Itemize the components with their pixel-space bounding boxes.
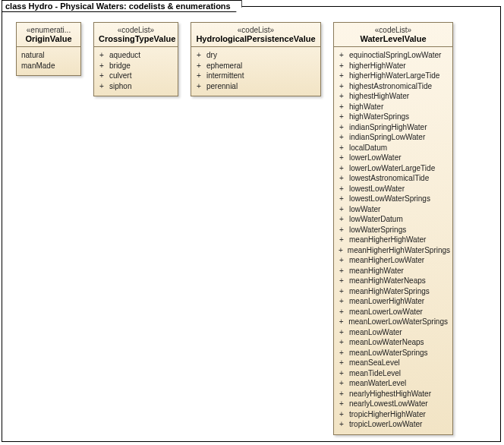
visibility-plus-icon: + bbox=[339, 173, 345, 184]
attribute-row: +meanHigherHighWaterSprings bbox=[339, 245, 448, 256]
visibility-plus-icon: + bbox=[339, 61, 345, 71]
attribute-row: +nearlyHighestHighWater bbox=[339, 389, 448, 399]
visibility-plus-icon: + bbox=[339, 419, 345, 430]
visibility-plus-icon: + bbox=[339, 409, 345, 420]
attribute-name: tropicHigherHighWater bbox=[349, 409, 426, 420]
attribute-name: tropicLowerLowWater bbox=[349, 419, 422, 430]
visibility-plus-icon: + bbox=[339, 337, 345, 348]
visibility-plus-icon: + bbox=[339, 317, 344, 327]
visibility-plus-icon: + bbox=[99, 61, 105, 71]
visibility-plus-icon: + bbox=[196, 71, 202, 81]
class-header: «codeList» HydrologicalPersistenceValue bbox=[191, 23, 320, 47]
attribute-name: highWaterSprings bbox=[349, 112, 409, 122]
attribute-row: +lowestAstronomicalTide bbox=[339, 173, 448, 184]
visibility-plus-icon: + bbox=[339, 358, 345, 368]
attribute-row: +meanWaterLevel bbox=[339, 378, 448, 389]
visibility-plus-icon: + bbox=[339, 204, 345, 215]
attribute-row: +equinoctialSpringLowWater bbox=[339, 50, 448, 61]
visibility-plus-icon: + bbox=[196, 81, 202, 92]
attribute-name: natural bbox=[21, 50, 45, 61]
attribute-row: +lowestLowWaterSprings bbox=[339, 194, 448, 204]
attribute-name: meanLowerLowWaterSprings bbox=[348, 317, 448, 327]
attribute-row: +localDatum bbox=[339, 143, 448, 153]
attribute-name: meanHigherHighWaterSprings bbox=[348, 245, 450, 256]
class-header: «enumerati... OriginValue bbox=[17, 23, 80, 47]
stereotype-label: «enumerati... bbox=[21, 26, 76, 34]
attribute-name: bridge bbox=[109, 61, 131, 71]
visibility-plus-icon: + bbox=[339, 255, 345, 266]
attribute-row: +meanHigherLowWater bbox=[339, 255, 448, 266]
attribute-name: culvert bbox=[109, 71, 131, 81]
stereotype-label: «codeList» bbox=[99, 26, 173, 34]
class-hydrological-persistence-value: «codeList» HydrologicalPersistenceValue … bbox=[191, 22, 321, 96]
attribute-row: +meanTideLevel bbox=[339, 368, 448, 379]
attribute-row: +aqueduct bbox=[99, 50, 173, 61]
visibility-plus-icon: + bbox=[339, 296, 345, 307]
attribute-row: manMade bbox=[21, 61, 76, 71]
attribute-row: +meanHigherHighWater bbox=[339, 235, 448, 245]
attribute-name: highestAstronomicalTide bbox=[349, 81, 432, 92]
attribute-name: perennial bbox=[206, 81, 238, 92]
visibility-plus-icon: + bbox=[339, 153, 345, 163]
attribute-name: lowestAstronomicalTide bbox=[349, 173, 429, 184]
visibility-plus-icon: + bbox=[339, 235, 345, 245]
visibility-plus-icon: + bbox=[339, 91, 345, 102]
attribute-row: +tropicHigherHighWater bbox=[339, 409, 448, 420]
attribute-row: +highWaterSprings bbox=[339, 112, 448, 122]
attribute-name: siphon bbox=[109, 81, 131, 92]
visibility-plus-icon: + bbox=[99, 81, 105, 92]
attribute-name: dry bbox=[206, 50, 217, 61]
attribute-name: meanWaterLevel bbox=[349, 378, 406, 389]
visibility-plus-icon: + bbox=[339, 122, 345, 133]
visibility-plus-icon: + bbox=[99, 50, 105, 61]
stereotype-label: «codeList» bbox=[196, 26, 316, 34]
attribute-row: +lowWater bbox=[339, 204, 448, 215]
attribute-name: lowWater bbox=[349, 204, 380, 215]
attribute-row: +ephemeral bbox=[196, 61, 316, 71]
attribute-name: highWater bbox=[349, 102, 383, 112]
visibility-plus-icon: + bbox=[339, 71, 345, 81]
class-crossing-type-value: «codeList» CrossingTypeValue +aqueduct+b… bbox=[93, 22, 178, 96]
visibility-plus-icon: + bbox=[339, 327, 345, 338]
diagram-frame: class Hydro - Physical Waters: codelists… bbox=[2, 6, 501, 442]
visibility-plus-icon: + bbox=[196, 61, 202, 71]
attribute-row: +meanLowWaterNeaps bbox=[339, 337, 448, 348]
class-body: +dry+ephemeral+intermittent+perennial bbox=[191, 47, 320, 96]
attribute-row: +lowerLowWater bbox=[339, 153, 448, 163]
attribute-name: manMade bbox=[21, 61, 55, 71]
class-body: naturalmanMade bbox=[17, 47, 80, 75]
attribute-name: lowestLowWaterSprings bbox=[349, 194, 430, 204]
attribute-name: lowerLowWater bbox=[349, 153, 402, 163]
class-body: +equinoctialSpringLowWater+higherHighWat… bbox=[334, 47, 452, 434]
attribute-name: meanHighWaterNeaps bbox=[349, 276, 426, 286]
attribute-row: +meanLowWater bbox=[339, 327, 448, 338]
attribute-row: +indianSpringLowWater bbox=[339, 132, 448, 143]
attribute-name: meanLowerHighWater bbox=[349, 296, 424, 307]
attribute-row: +lowWaterSprings bbox=[339, 225, 448, 235]
attribute-row: +intermittent bbox=[196, 71, 316, 81]
class-name: OriginValue bbox=[21, 34, 76, 43]
attribute-name: ephemeral bbox=[206, 61, 242, 71]
attribute-name: meanLowWater bbox=[349, 327, 402, 338]
visibility-plus-icon: + bbox=[339, 50, 345, 61]
visibility-plus-icon: + bbox=[339, 286, 345, 297]
visibility-plus-icon: + bbox=[339, 143, 345, 153]
class-origin-value: «enumerati... OriginValue naturalmanMade bbox=[16, 22, 81, 76]
attribute-row: +lowestLowWater bbox=[339, 184, 448, 194]
attribute-row: +bridge bbox=[99, 61, 173, 71]
class-header: «codeList» WaterLevelValue bbox=[334, 23, 452, 47]
visibility-plus-icon: + bbox=[196, 50, 202, 61]
attribute-name: aqueduct bbox=[109, 50, 140, 61]
attribute-row: +meanLowerLowWaterSprings bbox=[339, 317, 448, 327]
visibility-plus-icon: + bbox=[339, 112, 345, 122]
attribute-name: lowWaterDatum bbox=[349, 214, 403, 225]
attribute-name: meanHighWater bbox=[349, 266, 404, 276]
attribute-name: nearlyLowestLowWater bbox=[349, 399, 428, 409]
attribute-name: higherHighWater bbox=[349, 61, 406, 71]
visibility-plus-icon: + bbox=[339, 348, 345, 358]
attribute-row: +higherHighWaterLargeTide bbox=[339, 71, 448, 81]
attribute-row: +meanLowerLowWater bbox=[339, 307, 448, 317]
attribute-name: meanSeaLevel bbox=[349, 358, 400, 368]
attribute-name: meanLowWaterNeaps bbox=[349, 337, 424, 348]
uml-container: «enumerati... OriginValue naturalmanMade… bbox=[2, 7, 500, 445]
